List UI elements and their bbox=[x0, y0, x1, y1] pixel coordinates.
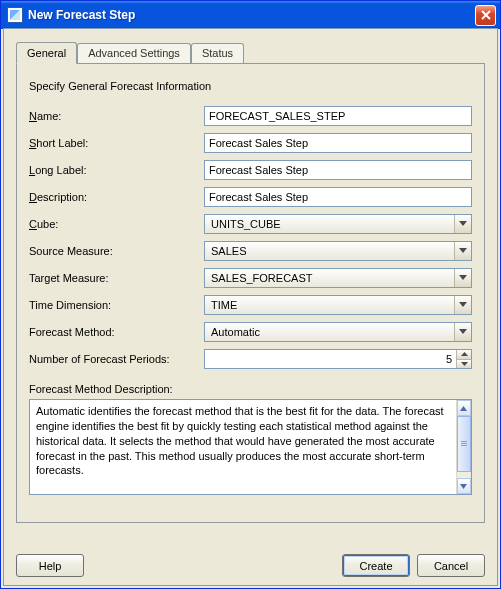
tab-advanced-settings[interactable]: Advanced Settings bbox=[77, 43, 191, 65]
num-periods-spinner[interactable] bbox=[204, 349, 472, 369]
label-source-measure: Source Measure: bbox=[29, 245, 204, 257]
time-dimension-dropdown-button[interactable] bbox=[454, 296, 471, 314]
long-label-input[interactable] bbox=[204, 160, 472, 180]
chevron-up-icon bbox=[460, 406, 467, 411]
forecast-method-combo[interactable]: Automatic bbox=[204, 322, 472, 342]
chevron-down-icon bbox=[459, 248, 467, 254]
chevron-down-icon bbox=[459, 302, 467, 308]
scroll-thumb[interactable] bbox=[457, 416, 471, 472]
spinner-down-button[interactable] bbox=[456, 360, 471, 369]
scroll-up-button[interactable] bbox=[457, 400, 471, 416]
title-bar[interactable]: New Forecast Step bbox=[1, 1, 500, 29]
close-button[interactable] bbox=[475, 5, 496, 26]
section-intro: Specify General Forecast Information bbox=[29, 80, 472, 92]
cube-combo[interactable]: UNITS_CUBE bbox=[204, 214, 472, 234]
chevron-down-icon bbox=[461, 362, 468, 366]
chevron-down-icon bbox=[459, 221, 467, 227]
chevron-down-icon bbox=[459, 275, 467, 281]
cancel-button[interactable]: Cancel bbox=[417, 554, 485, 577]
label-cube: Cube: bbox=[29, 218, 204, 230]
window-title: New Forecast Step bbox=[28, 8, 475, 22]
source-measure-value: SALES bbox=[205, 243, 454, 259]
help-button[interactable]: Help bbox=[16, 554, 84, 577]
label-method-description: Forecast Method Description: bbox=[29, 383, 472, 395]
spinner-buttons bbox=[456, 350, 471, 368]
target-measure-combo[interactable]: SALES_FORECAST bbox=[204, 268, 472, 288]
method-description-scrollbar[interactable] bbox=[456, 400, 471, 494]
name-input[interactable] bbox=[204, 106, 472, 126]
tab-status[interactable]: Status bbox=[191, 43, 244, 65]
close-icon bbox=[481, 10, 491, 20]
forecast-method-dropdown-button[interactable] bbox=[454, 323, 471, 341]
button-row: Help Create Cancel bbox=[16, 554, 485, 577]
tab-panel-general: Specify General Forecast Information Nam… bbox=[16, 63, 485, 523]
create-button[interactable]: Create bbox=[342, 554, 410, 577]
method-description-container: Automatic identifies the forecast method… bbox=[29, 399, 472, 495]
time-dimension-combo[interactable]: TIME bbox=[204, 295, 472, 315]
source-measure-dropdown-button[interactable] bbox=[454, 242, 471, 260]
cube-dropdown-button[interactable] bbox=[454, 215, 471, 233]
label-target-measure: Target Measure: bbox=[29, 272, 204, 284]
short-label-input[interactable] bbox=[204, 133, 472, 153]
label-num-periods: Number of Forecast Periods: bbox=[29, 353, 204, 365]
cube-value: UNITS_CUBE bbox=[205, 216, 454, 232]
target-measure-value: SALES_FORECAST bbox=[205, 270, 454, 286]
scroll-track[interactable] bbox=[457, 416, 471, 478]
time-dimension-value: TIME bbox=[205, 297, 454, 313]
source-measure-combo[interactable]: SALES bbox=[204, 241, 472, 261]
description-input[interactable] bbox=[204, 187, 472, 207]
label-forecast-method: Forecast Method: bbox=[29, 326, 204, 338]
chevron-down-icon bbox=[460, 484, 467, 489]
label-name: Name: bbox=[29, 110, 204, 122]
target-measure-dropdown-button[interactable] bbox=[454, 269, 471, 287]
label-time-dimension: Time Dimension: bbox=[29, 299, 204, 311]
scroll-down-button[interactable] bbox=[457, 478, 471, 494]
forecast-method-value: Automatic bbox=[205, 324, 454, 340]
app-icon bbox=[7, 7, 23, 23]
client-area: General Advanced Settings Status Specify… bbox=[3, 28, 498, 586]
label-short-label: Short Label: bbox=[29, 137, 204, 149]
spinner-up-button[interactable] bbox=[456, 350, 471, 360]
chevron-down-icon bbox=[459, 329, 467, 335]
label-description: Description: bbox=[29, 191, 204, 203]
tab-general[interactable]: General bbox=[16, 42, 77, 64]
tab-strip: General Advanced Settings Status bbox=[16, 41, 485, 63]
num-periods-input[interactable] bbox=[205, 350, 456, 368]
method-description-text[interactable]: Automatic identifies the forecast method… bbox=[30, 400, 456, 494]
chevron-up-icon bbox=[461, 352, 468, 356]
label-long-label: Long Label: bbox=[29, 164, 204, 176]
